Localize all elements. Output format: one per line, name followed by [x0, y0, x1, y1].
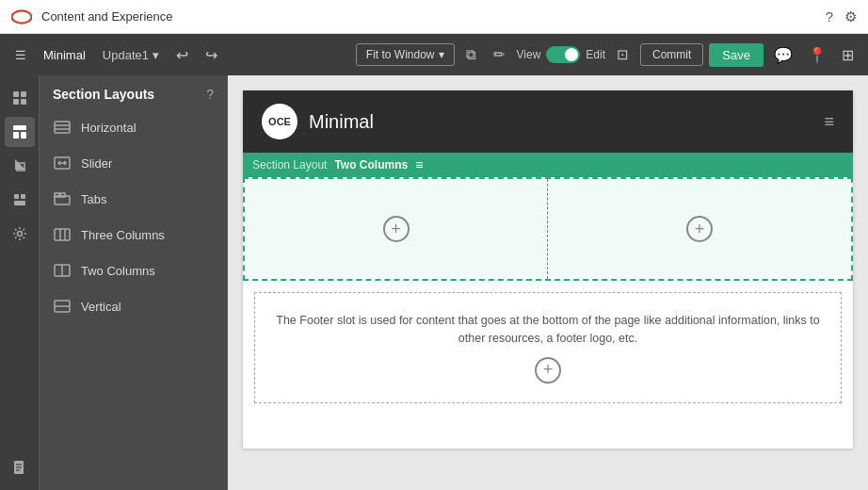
- horizontal-label: Horizontal: [81, 121, 137, 135]
- canvas-area: OCE Minimal ≡ Section Layout Two Columns…: [228, 75, 868, 490]
- help-icon[interactable]: ?: [826, 8, 833, 25]
- toggle-knob: [565, 48, 578, 61]
- rail-layouts-icon[interactable]: [5, 117, 35, 147]
- rail-pages-icon[interactable]: [5, 452, 35, 482]
- sidebar-title: Section Layouts: [53, 87, 154, 102]
- preview-button[interactable]: ⊡: [611, 42, 635, 67]
- two-columns-layout-icon: [53, 261, 72, 280]
- svg-rect-23: [55, 193, 59, 197]
- fit-window-button[interactable]: Fit to Window ▾: [356, 43, 455, 66]
- column-2-plus-icon: +: [695, 220, 705, 239]
- svg-rect-6: [13, 132, 19, 139]
- view-label: View: [517, 48, 541, 61]
- section-menu-icon[interactable]: ≡: [415, 157, 423, 172]
- svg-rect-3: [13, 99, 19, 105]
- view-toggle-group: View Edit: [517, 46, 605, 63]
- svg-rect-2: [21, 91, 26, 97]
- slider-layout-icon: [53, 154, 72, 172]
- sidebar-help-icon[interactable]: ?: [206, 87, 214, 102]
- footer-plus-icon: +: [543, 360, 554, 380]
- sidebar-item-horizontal[interactable]: Horizontal: [40, 109, 227, 145]
- svg-rect-17: [55, 122, 70, 133]
- column-2-add-button[interactable]: +: [686, 216, 713, 242]
- title-bar-icons: ? ⚙: [826, 8, 857, 25]
- page-hamburger-icon[interactable]: ≡: [824, 112, 834, 132]
- svg-rect-25: [55, 229, 70, 240]
- two-column-section: + +: [243, 177, 853, 281]
- sidebar-header: Section Layouts ?: [40, 75, 227, 109]
- svg-rect-1: [13, 91, 19, 97]
- app-title: Content and Experience: [41, 9, 172, 24]
- branch-selector[interactable]: Update1 ▾: [97, 44, 165, 66]
- section-layout-label: Section Layout: [252, 158, 327, 172]
- view-edit-toggle[interactable]: [546, 46, 580, 63]
- sidebar-item-slider[interactable]: Slider: [40, 145, 227, 181]
- footer-description: The Footer slot is used for content that…: [270, 312, 826, 348]
- location-icon-button[interactable]: 📍: [803, 42, 831, 68]
- branch-dropdown-icon: ▾: [153, 48, 159, 62]
- rail-content-icon[interactable]: [5, 83, 35, 113]
- chat-icon-button[interactable]: 💬: [769, 42, 797, 68]
- menu-button[interactable]: ☰: [9, 44, 32, 66]
- horizontal-layout-icon: [53, 118, 72, 137]
- rail-crop-icon[interactable]: [5, 151, 35, 181]
- svg-point-0: [12, 10, 32, 23]
- svg-rect-10: [21, 194, 25, 199]
- three-columns-layout-icon: [53, 225, 72, 244]
- fit-window-label: Fit to Window: [366, 48, 435, 61]
- edit-label: Edit: [586, 48, 605, 61]
- branch-label: Update1: [103, 48, 149, 62]
- main-layout: Section Layouts ? Horizontal Slider Tabs: [0, 75, 868, 490]
- three-columns-label: Three Columns: [81, 228, 165, 242]
- svg-rect-11: [14, 201, 25, 205]
- undo-button[interactable]: ↩: [170, 42, 194, 68]
- settings-icon[interactable]: ⚙: [844, 8, 857, 25]
- column-1-plus-icon: +: [391, 220, 401, 239]
- svg-rect-7: [21, 132, 26, 139]
- columns-icon-button[interactable]: ⊞: [837, 42, 859, 68]
- section-layout-name: Two Columns: [334, 158, 408, 172]
- svg-rect-9: [14, 194, 19, 199]
- sidebar-item-three-columns[interactable]: Three Columns: [40, 217, 227, 253]
- rail-settings-icon[interactable]: [5, 219, 35, 249]
- two-columns-label: Two Columns: [81, 264, 155, 278]
- site-name: Minimal: [38, 44, 91, 66]
- sidebar: Section Layouts ? Horizontal Slider Tabs: [40, 75, 228, 490]
- page-preview: OCE Minimal ≡ Section Layout Two Columns…: [243, 90, 853, 449]
- oracle-logo: [11, 7, 32, 27]
- page-header: OCE Minimal ≡: [243, 90, 853, 153]
- svg-rect-4: [21, 99, 26, 105]
- toolbar: ☰ Minimal Update1 ▾ ↩ ↪ Fit to Window ▾ …: [0, 34, 868, 75]
- commit-button[interactable]: Commit: [640, 43, 703, 66]
- column-slot-1[interactable]: +: [245, 179, 548, 279]
- column-slot-2[interactable]: +: [548, 179, 851, 279]
- copy-button[interactable]: ⧉: [460, 42, 482, 67]
- fit-window-dropdown-icon: ▾: [439, 48, 444, 61]
- save-button[interactable]: Save: [709, 43, 764, 67]
- title-bar: Content and Experience ? ⚙: [0, 0, 868, 34]
- vertical-layout-icon: [53, 297, 72, 316]
- svg-rect-24: [60, 193, 65, 197]
- svg-rect-5: [13, 125, 26, 130]
- redo-button[interactable]: ↪: [200, 42, 223, 68]
- rail-component-icon[interactable]: [5, 185, 35, 215]
- column-1-add-button[interactable]: +: [383, 216, 410, 242]
- page-logo-area: OCE Minimal: [262, 104, 374, 139]
- footer-add-button[interactable]: +: [535, 357, 561, 384]
- section-layout-bar: Section Layout Two Columns ≡: [243, 153, 853, 177]
- page-logo: OCE: [262, 104, 297, 139]
- sidebar-item-vertical[interactable]: Vertical: [40, 288, 227, 324]
- sidebar-item-tabs[interactable]: Tabs: [40, 181, 227, 217]
- menu-icon: ☰: [15, 48, 26, 62]
- svg-point-12: [17, 232, 22, 237]
- footer-slot: The Footer slot is used for content that…: [254, 292, 842, 403]
- pen-button[interactable]: ✏: [488, 42, 511, 67]
- sidebar-item-two-columns[interactable]: Two Columns: [40, 253, 227, 288]
- slider-label: Slider: [81, 156, 112, 171]
- vertical-label: Vertical: [81, 300, 121, 314]
- page-site-title: Minimal: [309, 111, 374, 133]
- tabs-label: Tabs: [81, 192, 106, 206]
- icon-rail: [0, 75, 40, 490]
- tabs-layout-icon: [53, 189, 72, 208]
